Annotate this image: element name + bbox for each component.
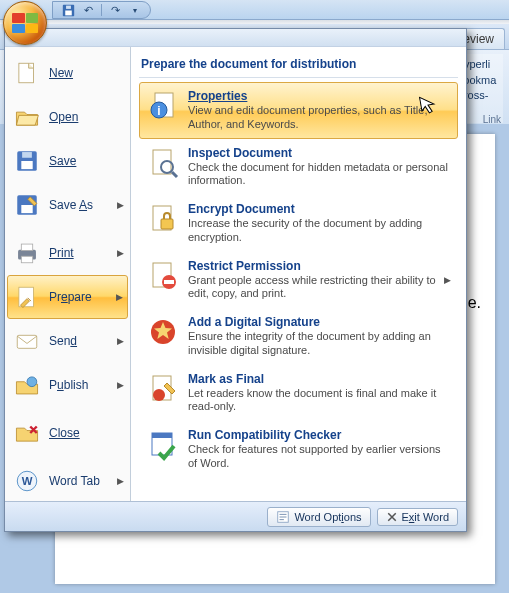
menu-save[interactable]: Save bbox=[7, 139, 128, 183]
svg-rect-25 bbox=[161, 219, 173, 229]
prepare-header: Prepare the document for distribution bbox=[139, 53, 458, 78]
word-tab-icon: W bbox=[13, 467, 41, 495]
final-desc: Let readers know the document is final a… bbox=[188, 387, 451, 415]
menu-print-label: Print bbox=[49, 246, 74, 260]
menu-new[interactable]: New bbox=[7, 51, 128, 95]
chevron-right-icon: ▶ bbox=[117, 380, 124, 390]
options-icon bbox=[276, 510, 290, 524]
restrict-title: Restrict Permission bbox=[188, 259, 436, 273]
exit-word-button[interactable]: Exit Word bbox=[377, 508, 458, 526]
office-button[interactable] bbox=[3, 1, 47, 45]
save-icon bbox=[13, 147, 41, 175]
office-menu: New Open Save Save As ▶ Print ▶ bbox=[4, 28, 467, 532]
exit-word-label: Exit Word bbox=[402, 511, 449, 523]
chevron-right-icon: ▶ bbox=[444, 275, 451, 285]
encrypt-title: Encrypt Document bbox=[188, 202, 451, 216]
compat-desc: Check for features not supported by earl… bbox=[188, 443, 451, 471]
svg-rect-12 bbox=[21, 244, 32, 251]
office-menu-header bbox=[5, 29, 466, 47]
svg-rect-33 bbox=[152, 433, 172, 438]
compat-icon bbox=[146, 428, 180, 462]
encrypt-desc: Increase the security of the document by… bbox=[188, 217, 451, 245]
print-icon bbox=[13, 239, 41, 267]
close-icon bbox=[13, 419, 41, 447]
svg-rect-8 bbox=[22, 152, 32, 158]
svg-point-16 bbox=[27, 377, 37, 387]
exit-icon bbox=[386, 511, 398, 523]
menu-print[interactable]: Print ▶ bbox=[7, 231, 128, 275]
svg-rect-28 bbox=[164, 280, 174, 284]
svg-rect-7 bbox=[21, 161, 32, 169]
chevron-right-icon: ▶ bbox=[117, 336, 124, 346]
svg-text:W: W bbox=[22, 475, 33, 487]
office-menu-right: Prepare the document for distribution i … bbox=[131, 47, 466, 501]
signature-icon bbox=[146, 315, 180, 349]
prepare-encrypt[interactable]: Encrypt Document Increase the security o… bbox=[139, 195, 458, 252]
word-options-label: Word Options bbox=[294, 511, 361, 523]
chevron-right-icon: ▶ bbox=[117, 248, 124, 258]
open-icon bbox=[13, 103, 41, 131]
svg-rect-2 bbox=[66, 5, 71, 8]
chevron-right-icon: ▶ bbox=[117, 476, 124, 486]
prepare-inspect[interactable]: Inspect Document Check the document for … bbox=[139, 139, 458, 196]
menu-close-label: Close bbox=[49, 426, 80, 440]
quick-access-toolbar: ↶ ↷ ▾ bbox=[52, 1, 151, 19]
send-icon bbox=[13, 327, 41, 355]
svg-rect-13 bbox=[21, 256, 32, 263]
final-title: Mark as Final bbox=[188, 372, 451, 386]
menu-publish-label: Publish bbox=[49, 378, 88, 392]
qat-separator bbox=[101, 4, 102, 16]
redo-icon[interactable]: ↷ bbox=[108, 3, 122, 17]
prepare-compat[interactable]: Run Compatibility Checker Check for feat… bbox=[139, 421, 458, 478]
office-menu-footer: Word Options Exit Word bbox=[5, 501, 466, 531]
customize-qat-icon[interactable]: ▾ bbox=[128, 3, 142, 17]
menu-new-label: New bbox=[49, 66, 73, 80]
menu-save-label: Save bbox=[49, 154, 76, 168]
inspect-desc: Check the document for hidden metadata o… bbox=[188, 161, 451, 189]
prepare-signature[interactable]: Add a Digital Signature Ensure the integ… bbox=[139, 308, 458, 365]
menu-word-tab-label: Word Tab bbox=[49, 474, 100, 488]
word-options-button[interactable]: Word Options bbox=[267, 507, 370, 527]
prepare-properties[interactable]: i Properties View and edit document prop… bbox=[139, 82, 458, 139]
save-as-icon bbox=[13, 191, 41, 219]
inspect-title: Inspect Document bbox=[188, 146, 451, 160]
office-logo-icon bbox=[12, 13, 38, 33]
menu-save-as-label: Save As bbox=[49, 198, 93, 212]
encrypt-icon bbox=[146, 202, 180, 236]
chevron-right-icon: ▶ bbox=[116, 292, 123, 302]
chevron-right-icon: ▶ bbox=[117, 200, 124, 210]
svg-point-31 bbox=[153, 389, 165, 401]
menu-open-label: Open bbox=[49, 110, 78, 124]
restrict-icon bbox=[146, 259, 180, 293]
prepare-final[interactable]: Mark as Final Let readers know the docum… bbox=[139, 365, 458, 422]
menu-publish[interactable]: Publish ▶ bbox=[7, 363, 128, 407]
svg-rect-1 bbox=[65, 10, 72, 15]
menu-send[interactable]: Send ▶ bbox=[7, 319, 128, 363]
menu-send-label: Send bbox=[49, 334, 77, 348]
restrict-desc: Grant people access while restricting th… bbox=[188, 274, 436, 302]
final-icon bbox=[146, 372, 180, 406]
prepare-restrict[interactable]: Restrict Permission Grant people access … bbox=[139, 252, 458, 309]
inspect-icon bbox=[146, 146, 180, 180]
publish-icon bbox=[13, 371, 41, 399]
compat-title: Run Compatibility Checker bbox=[188, 428, 451, 442]
office-menu-left: New Open Save Save As ▶ Print ▶ bbox=[5, 47, 131, 501]
menu-prepare-label: Prepare bbox=[49, 290, 92, 304]
menu-prepare[interactable]: Prepare ▶ bbox=[7, 275, 128, 319]
signature-title: Add a Digital Signature bbox=[188, 315, 451, 329]
prepare-icon bbox=[13, 283, 41, 311]
save-icon[interactable] bbox=[61, 3, 75, 17]
svg-rect-15 bbox=[17, 335, 37, 348]
menu-close[interactable]: Close bbox=[7, 411, 128, 455]
properties-title: Properties bbox=[188, 89, 451, 103]
properties-icon: i bbox=[146, 89, 180, 123]
undo-icon[interactable]: ↶ bbox=[81, 3, 95, 17]
svg-text:i: i bbox=[157, 104, 160, 118]
new-icon bbox=[13, 59, 41, 87]
menu-word-tab[interactable]: W Word Tab ▶ bbox=[7, 459, 128, 503]
menu-save-as[interactable]: Save As ▶ bbox=[7, 183, 128, 227]
menu-open[interactable]: Open bbox=[7, 95, 128, 139]
cursor-icon bbox=[418, 94, 437, 116]
svg-rect-10 bbox=[21, 205, 32, 213]
properties-desc: View and edit document properties, such … bbox=[188, 104, 451, 132]
